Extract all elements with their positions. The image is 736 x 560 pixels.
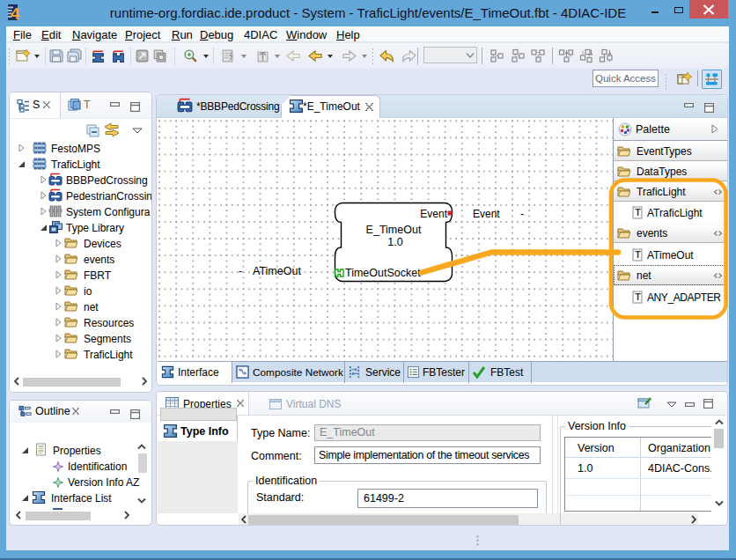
svg-text:4: 4 <box>11 4 20 21</box>
